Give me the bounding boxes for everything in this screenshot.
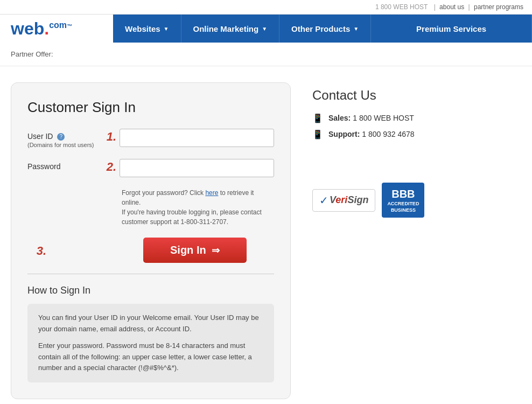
logo[interactable]: web.com™ (11, 20, 72, 37)
how-p2: Enter your password. Password must be 8-… (38, 340, 263, 374)
badges-area: ✓ VeriSign BBB ACCREDITED BUSINESS (312, 183, 521, 218)
top-bar: 1 800 WEB HOST | about us | partner prog… (0, 0, 532, 15)
support-label: Support: (328, 130, 360, 138)
phone-icon-sales: 📱 (312, 113, 323, 123)
nav-online-marketing-chevron: ▼ (262, 26, 267, 32)
nav-online-marketing-label: Online Marketing (193, 24, 259, 33)
password-row: Password 2. (27, 159, 274, 177)
divider (27, 274, 274, 274)
logo-area: web.com™ (0, 15, 113, 43)
main-content: Customer Sign In User ID ? (Domains for … (0, 66, 532, 404)
forgot-password-text: Forgot your password? Click here to retr… (122, 188, 274, 227)
separator1: | (434, 3, 437, 11)
nav-premium-services[interactable]: Premium Services (371, 15, 532, 43)
sales-row: 📱 Sales: 1 800 WEB HOST (312, 113, 521, 123)
step1-num: 1. (97, 129, 116, 144)
main-nav: Websites ▼ Online Marketing ▼ Other Prod… (113, 15, 532, 43)
step2-num: 2. (97, 159, 116, 174)
forgot-link[interactable]: here (205, 189, 218, 197)
logo-tm: ™ (67, 23, 72, 29)
password-label: Password (27, 162, 60, 171)
signin-title: Customer Sign In (27, 99, 274, 116)
partner-offer-label: Partner Offer: (11, 50, 53, 58)
userid-label: User ID (27, 132, 53, 141)
about-link[interactable]: about us (439, 3, 464, 11)
header: web.com™ Websites ▼ Online Marketing ▼ O… (0, 15, 532, 43)
userid-input[interactable] (120, 129, 274, 147)
nav-websites-label: Websites (125, 24, 160, 33)
userid-row: User ID ? (Domains for most users) 1. (27, 129, 274, 148)
partner-offer: Partner Offer: (0, 43, 532, 66)
how-p1: You can find your User ID in your Welcom… (38, 312, 263, 335)
userid-label-area: User ID ? (Domains for most users) (27, 129, 97, 148)
signin-button-label: Sign In (170, 244, 206, 256)
phone-number: 1 800 WEB HOST (375, 3, 428, 11)
userid-sub: (Domains for most users) (27, 142, 97, 148)
help-icon[interactable]: ? (57, 133, 65, 141)
nav-premium-services-label: Premium Services (416, 24, 486, 33)
support-row: 📱 Support: 1 800 932 4678 (312, 129, 521, 140)
signin-card: Customer Sign In User ID ? (Domains for … (11, 82, 291, 399)
partner-link[interactable]: partner programs (474, 3, 523, 11)
bbb-accredited: ACCREDITED (387, 201, 419, 207)
nav-online-marketing[interactable]: Online Marketing ▼ (181, 15, 280, 43)
step3-num: 3. (27, 243, 46, 258)
bbb-logo: BBB (387, 187, 419, 201)
nav-other-products-label: Other Products (291, 24, 350, 33)
bbb-business: BUSINESS (387, 207, 419, 214)
logo-com: com (49, 20, 67, 30)
forgot-prefix: Forgot your password? Click (122, 189, 205, 197)
nav-websites[interactable]: Websites ▼ (113, 15, 181, 43)
verisign-check-icon: ✓ (319, 194, 328, 207)
verisign-text: VeriSign (330, 194, 368, 206)
nav-other-products[interactable]: Other Products ▼ (279, 15, 371, 43)
signin-button[interactable]: Sign In ⇒ (143, 238, 247, 263)
nav-other-products-chevron: ▼ (353, 26, 359, 32)
how-box: You can find your User ID in your Welcom… (27, 304, 274, 382)
support-number: 1 800 932 4678 (362, 130, 414, 138)
verisign-badge: ✓ VeriSign (312, 189, 375, 212)
right-panel: Contact Us 📱 Sales: 1 800 WEB HOST 📱 Sup… (312, 82, 521, 399)
phone-icon-support: 📱 (312, 129, 323, 140)
separator2: | (468, 3, 472, 11)
signin-arrow-icon: ⇒ (212, 245, 220, 256)
contact-title: Contact Us (312, 88, 521, 103)
logo-dot: . (44, 19, 49, 38)
trouble-text: If you're having trouble logging in, ple… (122, 208, 262, 226)
nav-websites-chevron: ▼ (164, 26, 169, 32)
content-wrapper: Partner Offer: Customer Sign In User ID … (0, 43, 532, 404)
sales-number: 1 800 WEB HOST (353, 114, 414, 122)
signin-btn-row: 3. Sign In ⇒ (27, 238, 274, 263)
password-label-area: Password (27, 159, 97, 171)
bbb-badge: BBB ACCREDITED BUSINESS (382, 183, 424, 218)
sales-label: Sales: (328, 114, 351, 122)
how-title: How to Sign In (27, 285, 274, 296)
logo-web: web (11, 19, 44, 38)
password-input[interactable] (120, 159, 274, 177)
